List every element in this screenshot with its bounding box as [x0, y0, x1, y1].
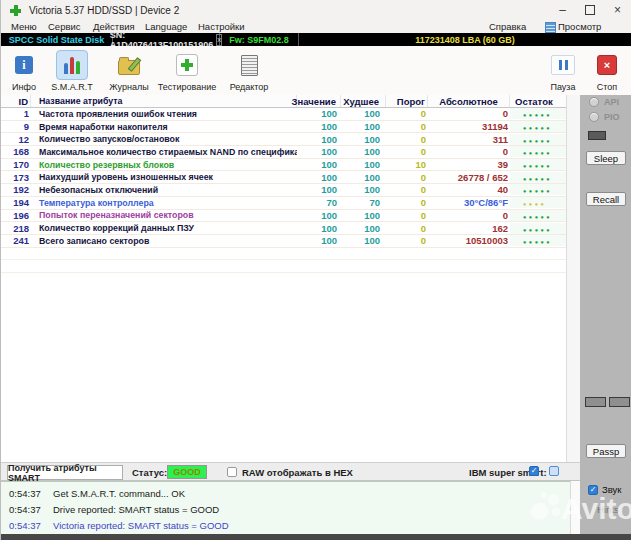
table-row[interactable]: 9Время наработки накопителя100100031194●… [1, 121, 566, 134]
attr-absolute: 31194 [428, 121, 510, 132]
smart-table-body: 1Частота проявления ошибок чтения1001000… [1, 108, 566, 273]
attr-name: Небезопасных отключений [31, 185, 297, 195]
health-dots: ●●●●● [523, 227, 552, 233]
attr-threshold: 0 [386, 121, 428, 132]
attr-remain: ●●●●● [510, 223, 566, 234]
smart-table-header: ID Название атрибута Значение Худшее Пор… [1, 95, 566, 108]
attr-name: Количество запусков/остановок [31, 134, 297, 144]
device-info-band: SPCC Solid State Disk SN: A1D4076413F100… [1, 33, 631, 46]
table-row[interactable]: 196Попыток переназначений секторов100100… [1, 210, 566, 223]
recall-button[interactable]: Recall [586, 192, 626, 206]
raw-hex-label: RAW отображать в HEX [242, 467, 353, 478]
table-row[interactable]: 241Всего записано секторов10010001051000… [1, 235, 566, 248]
api-label: API [604, 97, 619, 107]
table-row[interactable]: 1Частота проявления ошибок чтения1001000… [1, 108, 566, 121]
ibm-smart-secondary-box[interactable] [549, 466, 559, 476]
attr-name: Максимальное количество стираемых NAND п… [31, 147, 297, 157]
testing-button[interactable]: Тестирование [154, 50, 220, 92]
header-remain: Остаток [510, 95, 566, 107]
device-capacity: 117231408 LBA (60 GB) [299, 33, 631, 46]
table-scrollbar[interactable] [566, 95, 580, 462]
log-message: Victoria reported: SMART status = GOOD [53, 520, 229, 531]
status-bar: Получить атрибуты SMART Статус: GOOD RAW… [1, 462, 580, 481]
mini-button-left[interactable] [585, 397, 606, 407]
header-worst: Худшее [341, 95, 386, 107]
journals-button[interactable]: Журналы [102, 50, 156, 92]
device-model: SPCC Solid State Disk [1, 33, 113, 46]
sleep-button[interactable]: Sleep [586, 151, 626, 165]
attr-value: 100 [297, 146, 341, 157]
log-list: 0:54:37Get S.M.A.R.T. command... OK0:54:… [1, 485, 580, 533]
table-row[interactable]: 192Небезопасных отключений100100040●●●●● [1, 184, 566, 197]
get-smart-button[interactable]: Получить атрибуты SMART [7, 465, 123, 480]
health-dots: ●●●●● [523, 163, 552, 169]
attr-worst: 100 [341, 172, 386, 183]
pio-radio[interactable] [589, 112, 599, 122]
attr-value: 70 [297, 197, 341, 208]
attr-threshold: 10 [386, 159, 428, 170]
api-radio[interactable] [589, 97, 599, 107]
sound-label: Звук [602, 484, 621, 495]
log-message: Get S.M.A.R.T. command... OK [53, 488, 185, 499]
api-radio-row[interactable]: API [589, 97, 619, 107]
attr-value: 100 [297, 134, 341, 145]
close-button[interactable]: × [614, 2, 621, 18]
raw-hex-checkbox[interactable] [227, 467, 237, 477]
log-scrollbar[interactable] [570, 481, 580, 534]
table-row[interactable]: 170Количество резервных блоков1001001039… [1, 159, 566, 172]
menu-item-service[interactable]: Сервис [48, 21, 81, 32]
hex-document-icon [241, 55, 258, 76]
sound-checkbox-row[interactable]: ✓ Звук [588, 484, 621, 495]
attr-name: Всего записано секторов [31, 236, 297, 246]
attr-worst: 70 [341, 197, 386, 208]
attr-threshold: 0 [386, 184, 428, 195]
attr-worst: 100 [341, 121, 386, 132]
attr-remain: ●●●●● [510, 108, 566, 119]
health-dots: ●●●●● [523, 188, 552, 194]
menu-item-help[interactable]: Справка [489, 21, 526, 32]
log-time: 0:54:37 [9, 504, 41, 515]
attr-threshold: 0 [386, 210, 428, 221]
sound-checkbox[interactable]: ✓ [588, 485, 598, 495]
device-firmware: Fw: S9FM02.8 [220, 33, 299, 46]
ibm-smart-checkbox[interactable]: ✓ [529, 466, 539, 476]
menu-item-menu[interactable]: Меню [11, 21, 37, 32]
pio-radio-row[interactable]: PIO [589, 112, 620, 122]
table-row[interactable]: 218Количество коррекций данных ПЗУ100100… [1, 222, 566, 235]
smart-button[interactable]: S.M.A.R.T [47, 50, 97, 92]
editor-button[interactable]: Редактор [222, 50, 276, 92]
header-name: Название атрибута [31, 95, 297, 107]
folder-pencil-icon [118, 60, 140, 75]
attr-absolute: 26778 / 652 [428, 172, 510, 183]
table-row[interactable]: 194Температура контроллера7070030°C/86°F… [1, 197, 566, 210]
attr-threshold: 0 [386, 197, 428, 208]
attr-remain: ●●●●● [510, 121, 566, 132]
side-panel: API PIO Sleep Recall Passp ✓ Звук Hints [580, 95, 631, 534]
attr-absolute: 0 [428, 210, 510, 221]
attr-name: Попыток переназначений секторов [31, 210, 297, 220]
attr-id: 218 [1, 223, 31, 234]
log-entry: 0:54:37Drive reported: SMART status = GO… [1, 501, 580, 517]
table-row[interactable]: 173Наихудший уровень изношенных ячеек100… [1, 171, 566, 184]
passp-button[interactable]: Passp [586, 444, 626, 458]
toolbar: i Инфо S.M.A.R.T Журналы Тестирование Ре… [1, 46, 631, 96]
attr-worst: 100 [341, 223, 386, 234]
attr-value: 100 [297, 184, 341, 195]
status-good-badge: GOOD [167, 465, 207, 479]
attr-id: 241 [1, 235, 31, 246]
maximize-button[interactable] [585, 5, 595, 15]
device-serial-cell: SN: A1D4076413F100151906 x [113, 33, 220, 46]
table-row[interactable]: 168Максимальное количество стираемых NAN… [1, 146, 566, 159]
attr-remain: ●●●●● [510, 134, 566, 145]
minimize-button[interactable]: – [559, 2, 566, 18]
pause-button[interactable]: Пауза [537, 50, 589, 92]
attr-worst: 100 [341, 210, 386, 221]
mini-button-right[interactable] [609, 397, 630, 407]
attr-value: 100 [297, 121, 341, 132]
stop-button[interactable]: × Стоп [585, 50, 629, 92]
table-row[interactable]: 12Количество запусков/остановок100100031… [1, 133, 566, 146]
info-button[interactable]: i Инфо [0, 50, 48, 92]
pause-icon [551, 55, 575, 75]
attr-value: 100 [297, 159, 341, 170]
attr-id: 168 [1, 146, 31, 157]
